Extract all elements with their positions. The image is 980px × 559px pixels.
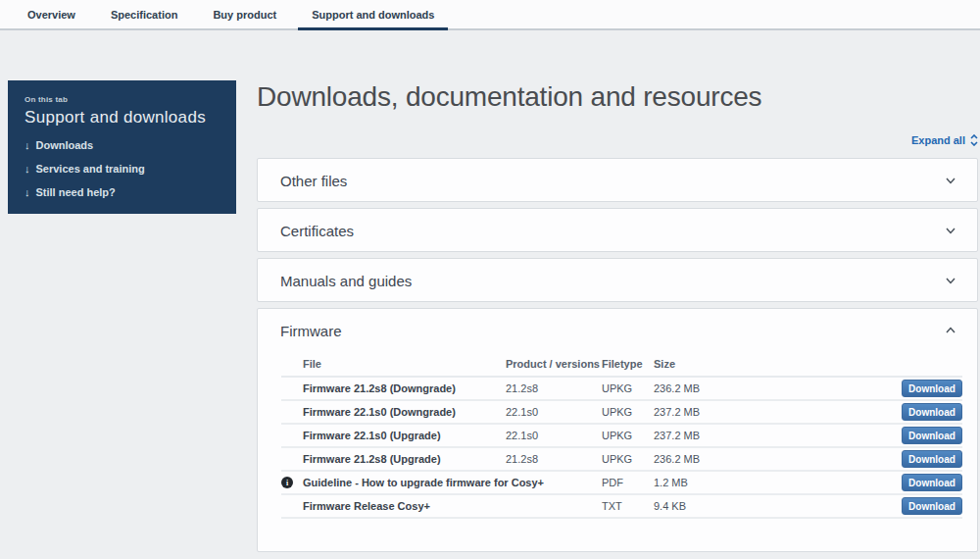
product-tab-bar: Overview Specification Buy product Suppo… [0,0,980,30]
accordion-title: Certificates [280,223,945,239]
chevron-down-icon [945,275,956,286]
accordion-title: Firmware [280,323,945,339]
column-header-filetype: Filetype [602,358,654,370]
table-row: Firmware 21.2s8 (Downgrade) 21.2s8 UPKG … [281,378,962,401]
file-name: Firmware 21.2s8 (Downgrade) [303,382,506,394]
file-name: Firmware 22.1s0 (Downgrade) [303,406,506,418]
column-header-file: File [303,358,506,370]
product-version: 22.1s0 [506,430,602,441]
file-size: 236.2 MB [654,382,900,394]
tab-support-and-downloads[interactable]: Support and downloads [298,0,448,30]
column-header-product-versions: Product / versions [506,358,602,370]
product-version: 21.2s8 [506,453,602,465]
chevron-down-icon [945,175,956,186]
page-title: Downloads, documentation and resources [257,81,761,113]
download-button[interactable]: Download [902,427,962,444]
accordion-certificates: Certificates [257,208,978,252]
accordion-manuals-and-guides-header[interactable]: Manuals and guides [258,259,977,302]
file-size: 1.2 MB [654,477,900,488]
down-arrow-icon: ↓ [24,139,30,151]
table-header-row: File Product / versions Filetype Size [281,352,962,378]
download-button[interactable]: Download [902,380,962,397]
sidebar-link-label: Services and training [36,163,145,175]
accordion-title: Other files [280,173,945,189]
file-size: 237.2 MB [654,406,900,418]
table-row: Firmware 22.1s0 (Downgrade) 22.1s0 UPKG … [281,401,962,425]
accordion-firmware: Firmware File Product / versions Filetyp… [257,308,978,552]
file-name: Firmware 22.1s0 (Upgrade) [303,430,506,441]
sidebar-link-label: Downloads [36,139,94,151]
accordion-other-files: Other files [257,158,978,202]
tab-specification[interactable]: Specification [97,0,191,30]
info-icon[interactable]: i [281,477,293,488]
down-arrow-icon: ↓ [24,186,30,198]
download-button[interactable]: Download [902,497,962,515]
table-row: Firmware 22.1s0 (Upgrade) 22.1s0 UPKG 23… [281,425,962,448]
accordion-certificates-header[interactable]: Certificates [258,209,977,252]
sidebar-title: Support and downloads [24,108,220,127]
down-arrow-icon: ↓ [24,163,30,175]
file-name: Firmware 21.2s8 (Upgrade) [303,453,506,465]
sidebar-link-still-need-help[interactable]: ↓Still need help? [24,186,220,198]
column-header-size: Size [654,358,900,370]
accordion-title: Manuals and guides [280,273,945,289]
on-this-tab-panel: On this tab Support and downloads ↓Downl… [8,80,236,214]
accordion-other-files-header[interactable]: Other files [258,159,977,202]
file-size: 9.4 KB [654,500,900,512]
expand-all-label: Expand all [911,134,965,146]
sidebar-link-label: Still need help? [36,186,116,198]
expand-all-link[interactable]: Expand all [257,134,978,148]
table-row: i Guideline - How to upgrade firmware fo… [281,472,962,495]
file-size: 237.2 MB [654,430,900,441]
filetype: UPKG [602,453,654,465]
filetype: PDF [602,477,654,488]
table-row: Firmware 21.2s8 (Upgrade) 21.2s8 UPKG 23… [281,448,962,472]
download-button[interactable]: Download [902,403,962,421]
file-name: Guideline - How to upgrade firmware for … [303,477,506,488]
file-size: 236.2 MB [654,453,900,465]
chevron-down-icon [945,225,956,236]
on-this-tab-kicker: On this tab [24,95,220,104]
download-button[interactable]: Download [902,474,962,491]
expand-collapse-icon [970,134,978,148]
chevron-up-icon [945,325,956,336]
table-row: Firmware Release Cosy+ TXT 9.4 KB Downlo… [281,495,962,519]
sidebar-link-downloads[interactable]: ↓Downloads [24,139,220,151]
tab-overview[interactable]: Overview [14,0,89,30]
filetype: UPKG [602,406,654,418]
accordion-firmware-header[interactable]: Firmware [258,309,977,352]
file-name: Firmware Release Cosy+ [303,500,506,512]
accordion-manuals-and-guides: Manuals and guides [257,258,978,302]
firmware-table: File Product / versions Filetype Size Fi… [281,352,962,519]
product-version: 22.1s0 [506,406,602,418]
sidebar-link-services-and-training[interactable]: ↓Services and training [24,163,220,175]
filetype: UPKG [602,430,654,441]
filetype: TXT [602,500,654,512]
download-button[interactable]: Download [902,450,962,468]
filetype: UPKG [602,382,654,394]
product-version: 21.2s8 [506,382,602,394]
tab-buy-product[interactable]: Buy product [199,0,290,30]
